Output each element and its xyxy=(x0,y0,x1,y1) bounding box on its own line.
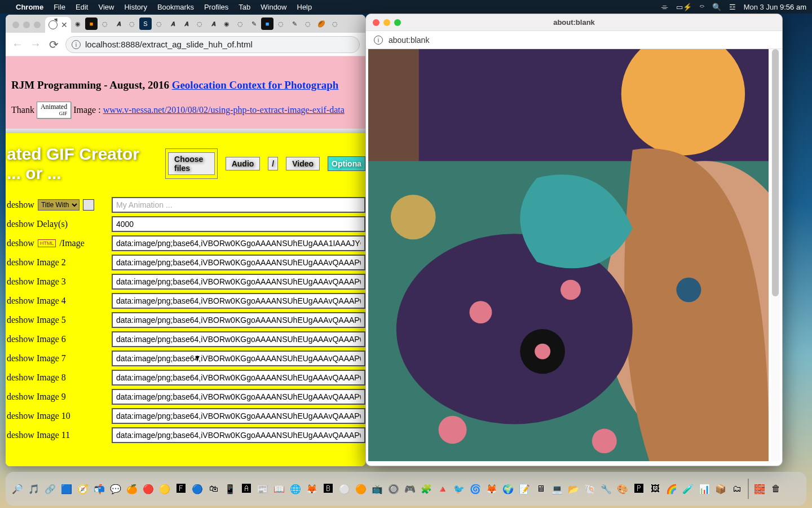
bg-tab[interactable]: ◌ xyxy=(99,17,111,30)
bluetooth-icon[interactable]: ⌯ xyxy=(661,3,668,11)
dock-app[interactable]: 🧱 xyxy=(752,478,767,500)
audio-button[interactable]: Audio xyxy=(226,157,261,170)
control-center-icon[interactable]: ☲ xyxy=(729,3,736,11)
dock-app[interactable]: 🗑 xyxy=(769,478,783,500)
dock-app[interactable]: 🧭 xyxy=(76,478,90,500)
menu-edit[interactable]: Edit xyxy=(76,3,88,11)
title-select[interactable]: Title With xyxy=(38,199,80,211)
bg-tab[interactable]: ◌ xyxy=(234,17,246,30)
dock-app[interactable]: 🍊 xyxy=(125,478,139,500)
color-picker[interactable] xyxy=(83,199,94,211)
image-url-input[interactable] xyxy=(112,235,365,251)
popup-site-info-icon[interactable]: i xyxy=(374,36,383,45)
video-button[interactable]: Video xyxy=(286,157,320,170)
dock-app[interactable]: 🖥 xyxy=(533,478,548,500)
bg-tab[interactable]: ■ xyxy=(261,17,273,30)
image-url-input[interactable] xyxy=(112,331,365,347)
forward-button[interactable]: → xyxy=(29,38,42,51)
dock-app[interactable]: 🟡 xyxy=(157,478,172,500)
menu-tab[interactable]: Tab xyxy=(239,3,250,11)
dock-app[interactable]: 📊 xyxy=(697,478,712,500)
menu-view[interactable]: View xyxy=(98,3,114,11)
dock-app[interactable]: 🌍 xyxy=(501,478,515,500)
dock-app[interactable]: 💻 xyxy=(550,478,564,500)
dock-app[interactable]: 📺 xyxy=(370,478,385,500)
window-close[interactable] xyxy=(12,21,19,28)
bg-tab[interactable]: 𝘼 xyxy=(180,17,192,30)
dock-app[interactable]: ⚪ xyxy=(337,478,352,500)
bg-tab[interactable]: ◌ xyxy=(153,17,165,30)
bg-tab[interactable]: 🏉 xyxy=(315,17,328,30)
image-url-input[interactable] xyxy=(112,408,365,424)
dock-app[interactable]: 📂 xyxy=(566,478,581,500)
image-url-input[interactable] xyxy=(112,427,365,443)
title-input[interactable] xyxy=(112,197,365,213)
menu-help[interactable]: Help xyxy=(297,3,312,11)
image-url-input[interactable] xyxy=(112,351,365,366)
dock-app[interactable]: 📬 xyxy=(92,478,107,500)
dock-app[interactable]: 🛍 xyxy=(206,478,221,500)
window-zoom[interactable] xyxy=(34,21,41,28)
dock-app[interactable]: 🐚 xyxy=(582,478,597,500)
dock-app[interactable]: 🎨 xyxy=(615,478,630,500)
dock-app[interactable]: 🐦 xyxy=(452,478,466,500)
menu-profiles[interactable]: Profiles xyxy=(204,3,228,11)
dock-app[interactable]: 🔗 xyxy=(43,478,58,500)
menu-bookmarks[interactable]: Bookmarks xyxy=(157,3,194,11)
dock-app[interactable]: 🌈 xyxy=(664,478,679,500)
menu-window[interactable]: Window xyxy=(261,3,286,11)
active-tab[interactable]: ✕ xyxy=(45,17,71,33)
dock-app[interactable]: 🅰 xyxy=(239,478,254,500)
dock-app[interactable]: 🅱 xyxy=(321,478,336,500)
bg-tab[interactable]: ✎ xyxy=(288,17,301,30)
bg-tab[interactable]: ◌ xyxy=(275,17,287,30)
bg-tab[interactable]: ◌ xyxy=(329,17,341,30)
dock-app[interactable]: 🦊 xyxy=(304,478,319,500)
dock-app[interactable]: 🖼 xyxy=(648,478,663,500)
bg-tab[interactable]: 𝘼 xyxy=(166,17,179,30)
menu-history[interactable]: History xyxy=(124,3,147,11)
image-url-input[interactable] xyxy=(112,293,365,309)
reload-button[interactable]: ⟳ xyxy=(47,38,60,51)
dock-app[interactable]: 📝 xyxy=(517,478,532,500)
bg-tab[interactable]: 𝘼 xyxy=(207,17,219,30)
dock-app[interactable]: 🌐 xyxy=(288,478,303,500)
address-bar[interactable]: i localhost:8888/extract_ag_slide_huh_of… xyxy=(65,36,360,53)
dock-app[interactable]: 🔴 xyxy=(141,478,156,500)
site-info-icon[interactable]: i xyxy=(72,40,81,49)
window-minimize[interactable] xyxy=(23,21,30,28)
menubar-clock[interactable]: Mon 3 Jun 9:56 am xyxy=(744,3,806,11)
image-url-input[interactable] xyxy=(112,312,365,328)
slash-button[interactable]: / xyxy=(268,157,278,170)
bg-tab[interactable]: ◉ xyxy=(220,17,233,30)
dock-app[interactable]: 🔵 xyxy=(190,478,205,500)
dock-app[interactable]: 🦊 xyxy=(484,478,499,500)
dock-app[interactable]: 🔘 xyxy=(386,478,401,500)
dock-app[interactable]: 🟦 xyxy=(59,478,74,500)
image-url-input[interactable] xyxy=(112,370,365,386)
bg-tab[interactable]: 𝘼 xyxy=(112,17,125,30)
optional-button[interactable]: Optiona xyxy=(328,156,365,171)
dock-app[interactable]: 📱 xyxy=(223,478,237,500)
bg-tab[interactable]: ✎ xyxy=(248,17,260,30)
geolocation-link[interactable]: Geolocation Context for Photograph xyxy=(172,79,339,91)
bg-tab[interactable]: ◉ xyxy=(72,17,84,30)
image-url-input[interactable] xyxy=(112,255,365,270)
scrollbar-thumb[interactable] xyxy=(772,49,779,296)
dock-app[interactable]: 🎵 xyxy=(27,478,41,500)
dock-app[interactable]: 🌀 xyxy=(468,478,483,500)
dock-app[interactable]: 🎮 xyxy=(403,478,417,500)
dock-app[interactable]: 🧪 xyxy=(681,478,695,500)
bg-tab[interactable]: ■ xyxy=(85,17,98,30)
popup-scrollbar[interactable] xyxy=(771,49,780,461)
image-url-input[interactable] xyxy=(112,274,365,290)
dock-app[interactable]: 🔎 xyxy=(10,478,25,500)
dock-app[interactable]: 🔧 xyxy=(599,478,614,500)
dock-app[interactable]: 📦 xyxy=(713,478,728,500)
delay-input[interactable] xyxy=(112,216,365,232)
dock-app[interactable]: 🅵 xyxy=(174,478,188,500)
bg-tab[interactable]: ◌ xyxy=(193,17,206,30)
image-url-input[interactable] xyxy=(112,389,365,405)
dock-app[interactable]: 📰 xyxy=(255,478,270,500)
bg-tab[interactable]: ◌ xyxy=(126,17,138,30)
